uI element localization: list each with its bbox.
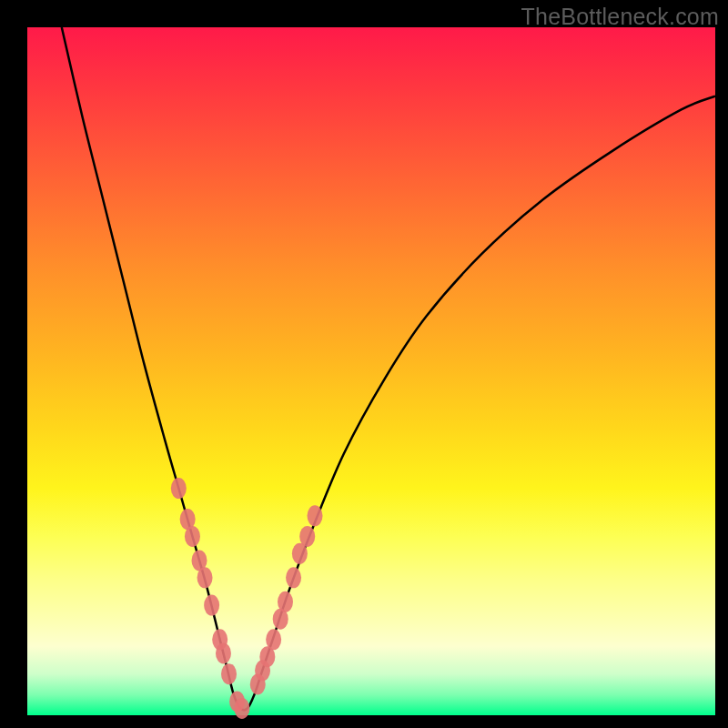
sample-dot <box>266 629 281 650</box>
chart-svg <box>27 27 715 715</box>
watermark-text: TheBottleneck.com <box>521 4 719 30</box>
sample-dot <box>308 505 323 526</box>
plot-area <box>27 27 715 715</box>
sample-dot <box>197 567 213 588</box>
sample-dot <box>234 698 249 719</box>
sample-dot <box>171 478 187 499</box>
sample-dot <box>216 642 231 663</box>
sample-dot <box>299 526 315 547</box>
sample-dot <box>286 567 301 588</box>
sample-dot <box>278 592 293 612</box>
sample-dot <box>204 595 219 616</box>
sample-dot <box>185 526 200 547</box>
sample-dots-left <box>171 478 250 719</box>
chart-frame: TheBottleneck.com <box>0 0 728 728</box>
sample-dots-right <box>250 505 323 694</box>
bottleneck-curve <box>62 27 715 710</box>
sample-dot <box>221 663 237 684</box>
bottleneck-curve-path <box>62 27 715 710</box>
